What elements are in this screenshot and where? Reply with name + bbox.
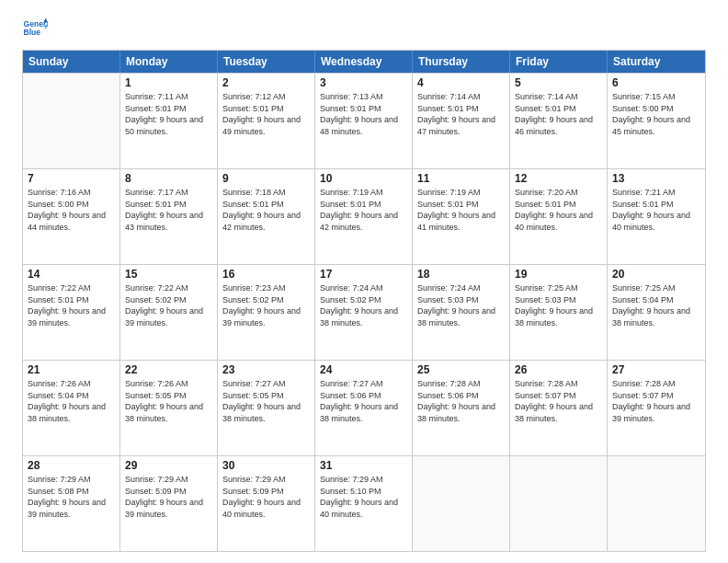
day-number: 22 [125,363,212,376]
calendar-cell: 31Sunrise: 7:29 AMSunset: 5:10 PMDayligh… [315,456,413,551]
calendar-cell: 1Sunrise: 7:11 AMSunset: 5:01 PMDaylight… [120,74,218,168]
day-info: Sunrise: 7:29 AMSunset: 5:09 PMDaylight:… [125,474,212,520]
day-info: Sunrise: 7:19 AMSunset: 5:01 PMDaylight:… [320,187,407,233]
calendar-cell [23,74,120,168]
day-number: 23 [222,363,310,376]
day-number: 9 [222,172,310,185]
calendar-cell: 16Sunrise: 7:23 AMSunset: 5:02 PMDayligh… [218,265,315,360]
calendar-cell: 10Sunrise: 7:19 AMSunset: 5:01 PMDayligh… [315,169,413,264]
day-info: Sunrise: 7:25 AMSunset: 5:03 PMDaylight:… [515,282,602,328]
day-number: 26 [515,363,602,376]
calendar-cell: 21Sunrise: 7:26 AMSunset: 5:04 PMDayligh… [23,361,120,455]
day-info: Sunrise: 7:11 AMSunset: 5:01 PMDaylight:… [125,91,212,137]
calendar-cell: 29Sunrise: 7:29 AMSunset: 5:09 PMDayligh… [120,456,218,551]
day-number: 27 [612,363,700,376]
day-number: 31 [320,459,407,472]
calendar-header-cell: Tuesday [218,51,315,73]
calendar-cell: 18Sunrise: 7:24 AMSunset: 5:03 PMDayligh… [413,265,510,360]
day-info: Sunrise: 7:22 AMSunset: 5:01 PMDaylight:… [28,282,115,328]
page: General Blue SundayMondayTuesdayWednesda… [0,0,728,563]
calendar-cell: 4Sunrise: 7:14 AMSunset: 5:01 PMDaylight… [413,74,510,168]
calendar-cell: 20Sunrise: 7:25 AMSunset: 5:04 PMDayligh… [608,265,705,360]
calendar-cell: 13Sunrise: 7:21 AMSunset: 5:01 PMDayligh… [608,169,705,264]
day-number: 16 [222,268,310,281]
calendar-header-cell: Sunday [23,51,120,73]
calendar-cell [608,456,705,551]
calendar-cell: 28Sunrise: 7:29 AMSunset: 5:08 PMDayligh… [23,456,120,551]
day-info: Sunrise: 7:13 AMSunset: 5:01 PMDaylight:… [320,91,407,137]
calendar-cell: 25Sunrise: 7:28 AMSunset: 5:06 PMDayligh… [413,361,510,455]
calendar-cell: 2Sunrise: 7:12 AMSunset: 5:01 PMDaylight… [218,74,315,168]
day-info: Sunrise: 7:28 AMSunset: 5:06 PMDaylight:… [417,378,505,424]
day-info: Sunrise: 7:23 AMSunset: 5:02 PMDaylight:… [222,282,310,328]
calendar-header-cell: Wednesday [315,51,413,73]
day-number: 13 [612,172,700,185]
day-info: Sunrise: 7:16 AMSunset: 5:00 PMDaylight:… [28,187,115,233]
logo: General Blue [22,17,51,42]
calendar-week: 7Sunrise: 7:16 AMSunset: 5:00 PMDaylight… [23,168,705,264]
day-info: Sunrise: 7:27 AMSunset: 5:05 PMDaylight:… [222,378,310,424]
day-info: Sunrise: 7:14 AMSunset: 5:01 PMDaylight:… [515,91,602,137]
day-number: 19 [515,268,602,281]
day-info: Sunrise: 7:21 AMSunset: 5:01 PMDaylight:… [612,187,700,233]
calendar-cell: 14Sunrise: 7:22 AMSunset: 5:01 PMDayligh… [23,265,120,360]
calendar-header-cell: Saturday [608,51,705,73]
calendar-cell: 5Sunrise: 7:14 AMSunset: 5:01 PMDaylight… [510,74,608,168]
calendar-week: 28Sunrise: 7:29 AMSunset: 5:08 PMDayligh… [23,455,705,551]
calendar-cell: 15Sunrise: 7:22 AMSunset: 5:02 PMDayligh… [120,265,218,360]
day-number: 8 [125,172,212,185]
day-number: 4 [417,76,505,89]
calendar-cell: 22Sunrise: 7:26 AMSunset: 5:05 PMDayligh… [120,361,218,455]
day-info: Sunrise: 7:22 AMSunset: 5:02 PMDaylight:… [125,282,212,328]
day-info: Sunrise: 7:20 AMSunset: 5:01 PMDaylight:… [515,187,602,233]
day-number: 18 [417,268,505,281]
calendar-cell [413,456,510,551]
calendar-week: 21Sunrise: 7:26 AMSunset: 5:04 PMDayligh… [23,360,705,455]
calendar-cell: 6Sunrise: 7:15 AMSunset: 5:00 PMDaylight… [608,74,705,168]
day-number: 5 [515,76,602,89]
day-number: 11 [417,172,505,185]
calendar-week: 14Sunrise: 7:22 AMSunset: 5:01 PMDayligh… [23,264,705,360]
day-number: 1 [125,76,212,89]
day-number: 7 [28,172,115,185]
day-number: 24 [320,363,407,376]
day-info: Sunrise: 7:29 AMSunset: 5:08 PMDaylight:… [28,474,115,520]
day-number: 12 [515,172,602,185]
day-info: Sunrise: 7:17 AMSunset: 5:01 PMDaylight:… [125,187,212,233]
svg-text:Blue: Blue [24,28,41,37]
day-number: 3 [320,76,407,89]
day-number: 21 [28,363,115,376]
calendar-header-cell: Thursday [413,51,510,73]
day-number: 29 [125,459,212,472]
day-info: Sunrise: 7:24 AMSunset: 5:03 PMDaylight:… [417,282,505,328]
svg-text:General: General [24,19,48,29]
day-number: 15 [125,268,212,281]
day-info: Sunrise: 7:25 AMSunset: 5:04 PMDaylight:… [612,282,700,328]
day-number: 28 [28,459,115,472]
day-number: 25 [417,363,505,376]
calendar-cell: 26Sunrise: 7:28 AMSunset: 5:07 PMDayligh… [510,361,608,455]
calendar-header-cell: Friday [510,51,608,73]
header: General Blue [22,17,706,42]
calendar-week: 1Sunrise: 7:11 AMSunset: 5:01 PMDaylight… [23,73,705,168]
day-info: Sunrise: 7:24 AMSunset: 5:02 PMDaylight:… [320,282,407,328]
calendar-body: 1Sunrise: 7:11 AMSunset: 5:01 PMDaylight… [23,73,705,551]
day-number: 6 [612,76,700,89]
calendar-cell: 8Sunrise: 7:17 AMSunset: 5:01 PMDaylight… [120,169,218,264]
day-number: 14 [28,268,115,281]
day-info: Sunrise: 7:12 AMSunset: 5:01 PMDaylight:… [222,91,310,137]
day-info: Sunrise: 7:26 AMSunset: 5:04 PMDaylight:… [28,378,115,424]
calendar-cell: 3Sunrise: 7:13 AMSunset: 5:01 PMDaylight… [315,74,413,168]
logo-icon: General Blue [22,17,48,42]
day-info: Sunrise: 7:15 AMSunset: 5:00 PMDaylight:… [612,91,700,137]
day-info: Sunrise: 7:26 AMSunset: 5:05 PMDaylight:… [125,378,212,424]
calendar-header-row: SundayMondayTuesdayWednesdayThursdayFrid… [23,51,705,73]
day-number: 17 [320,268,407,281]
calendar-cell: 9Sunrise: 7:18 AMSunset: 5:01 PMDaylight… [218,169,315,264]
calendar-cell: 7Sunrise: 7:16 AMSunset: 5:00 PMDaylight… [23,169,120,264]
calendar-cell: 12Sunrise: 7:20 AMSunset: 5:01 PMDayligh… [510,169,608,264]
day-number: 10 [320,172,407,185]
calendar-cell: 19Sunrise: 7:25 AMSunset: 5:03 PMDayligh… [510,265,608,360]
calendar-cell: 23Sunrise: 7:27 AMSunset: 5:05 PMDayligh… [218,361,315,455]
calendar-cell: 17Sunrise: 7:24 AMSunset: 5:02 PMDayligh… [315,265,413,360]
